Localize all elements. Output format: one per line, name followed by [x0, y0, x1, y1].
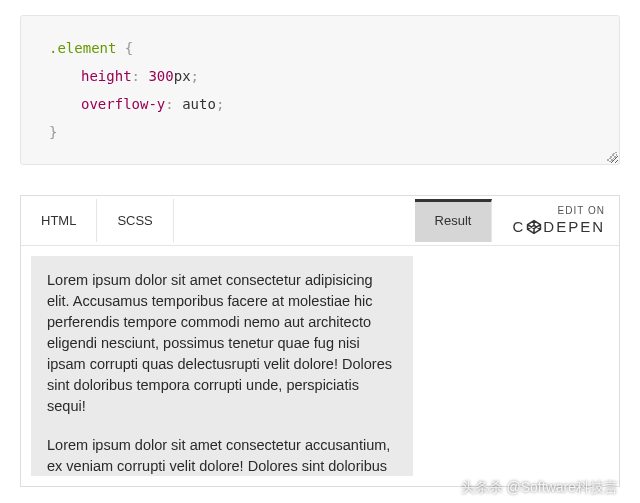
- paragraph-1: Lorem ipsum dolor sit amet consectetur a…: [47, 270, 397, 417]
- tab-html[interactable]: HTML: [21, 199, 97, 242]
- code-line-4: }: [49, 118, 591, 146]
- code-line-1: .element {: [49, 34, 591, 62]
- css-prop-height: height: [81, 68, 132, 84]
- codepen-cube-icon: [526, 219, 542, 235]
- result-area: Lorem ipsum dolor sit amet consectetur a…: [21, 246, 619, 486]
- tab-bar: HTML SCSS Result EDIT ON C DEPEN: [21, 196, 619, 246]
- edit-on-codepen-link[interactable]: EDIT ON C DEPEN: [492, 198, 619, 243]
- css-selector: .element: [49, 40, 116, 56]
- css-prop-overflow: overflow-y: [81, 96, 165, 112]
- edit-on-label: EDIT ON: [512, 204, 605, 217]
- brace-open: {: [116, 40, 133, 56]
- scrollable-element[interactable]: Lorem ipsum dolor sit amet consectetur a…: [31, 256, 413, 476]
- codepen-logo: C DEPEN: [512, 217, 605, 237]
- paragraph-2: Lorem ipsum dolor sit amet consectetur a…: [47, 435, 397, 476]
- codepen-embed: HTML SCSS Result EDIT ON C DEPEN Lorem i…: [20, 195, 620, 487]
- result-viewport: Lorem ipsum dolor sit amet consectetur a…: [21, 246, 421, 486]
- code-block: .element { height: 300px; overflow-y: au…: [20, 15, 620, 165]
- code-line-3: overflow-y: auto;: [49, 90, 591, 118]
- tab-scss[interactable]: SCSS: [97, 199, 173, 242]
- code-line-2: height: 300px;: [49, 62, 591, 90]
- tab-result[interactable]: Result: [415, 199, 493, 242]
- brace-close: }: [49, 124, 57, 140]
